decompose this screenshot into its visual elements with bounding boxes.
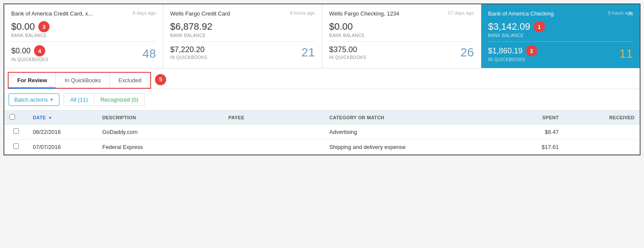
row-received (564, 140, 640, 155)
tab-for-review-label: For Review (17, 77, 47, 84)
filter-all-label: All (11) (70, 96, 88, 103)
row-date: 08/22/2016 (28, 124, 97, 140)
tabs-outline: For Review In QuickBooks Excluded (8, 72, 151, 89)
row-payee (223, 124, 325, 140)
col-received-header: RECEIVED (564, 111, 640, 124)
row-date: 07/07/2016 (28, 140, 97, 155)
col-spent-header: SPENT (488, 111, 564, 124)
badge-1: 1 (534, 21, 545, 32)
account-card-boa-credit[interactable]: Bank of America Credit Card, x... 8 days… (4, 4, 163, 68)
tab-in-quickbooks[interactable]: In QuickBooks (56, 73, 110, 88)
card-qb-balance-wells-checking: $375.00 (329, 45, 357, 54)
row-category: Shipping and delivery expense (324, 140, 488, 155)
card-qb-label-wells-checking: IN QUICKBOOKS (329, 55, 367, 60)
row-description: Federal Express (97, 140, 223, 155)
tab-excluded[interactable]: Excluded (110, 73, 150, 88)
filter-group: All (11) Recognized (0) (64, 93, 145, 106)
tab-for-review[interactable]: For Review (9, 73, 56, 88)
badge-4: 4 (34, 45, 45, 56)
row-received (564, 124, 640, 140)
badge-5: 5 (155, 74, 166, 85)
table-section: Batch actions ▼ All (11) Recognized (0) (4, 89, 640, 155)
card-count-boa-checking: 11 (619, 47, 633, 61)
table-header-row: DATE ▼ DESCRIPTION PAYEE CATEGORY OR MAT… (4, 111, 640, 124)
card-qb-label-boa-credit: IN QUICKBOOKS (11, 57, 49, 62)
card-bank-label-boa-checking: BANK BALANCE (488, 33, 633, 38)
col-payee-header: PAYEE (223, 111, 325, 124)
card-title-wells-checking: Wells Fargo Checking, 1234 (329, 10, 399, 17)
batch-actions-label: Batch actions (14, 96, 48, 103)
row-checkbox[interactable] (13, 143, 19, 149)
card-qb-balance-boa-checking: $1,860.19 (488, 46, 523, 56)
col-category-header: CATEGORY OR MATCH (324, 111, 488, 124)
row-category: Advertising (324, 124, 488, 140)
edit-icon[interactable]: ✎ (629, 10, 634, 17)
tab-excluded-label: Excluded (118, 77, 141, 84)
row-checkbox-cell[interactable] (4, 140, 28, 155)
card-title-boa-checking: Bank of America Checking (488, 10, 554, 17)
row-payee (223, 140, 325, 155)
card-count-wells-credit: 21 (301, 46, 315, 59)
transactions-table: DATE ▼ DESCRIPTION PAYEE CATEGORY OR MAT… (4, 111, 640, 155)
card-bank-balance-boa-credit: $0.00 (11, 21, 35, 32)
card-count-boa-credit: 48 (142, 47, 156, 61)
filter-recognized-label: Recognized (0) (100, 96, 138, 103)
account-cards-row: Bank of America Credit Card, x... 8 days… (4, 4, 640, 68)
filter-all-button[interactable]: All (11) (64, 93, 94, 106)
row-checkbox[interactable] (13, 128, 19, 134)
table-toolbar: Batch actions ▼ All (11) Recognized (0) (4, 89, 640, 111)
col-date-header[interactable]: DATE ▼ (28, 111, 97, 124)
row-description: GoDaddy.com (97, 124, 223, 140)
main-container: Bank of America Credit Card, x... 8 days… (3, 3, 641, 155)
card-bank-balance-boa-checking: $3,142.09 (488, 21, 530, 32)
card-qb-balance-boa-credit: $0.00 (11, 46, 31, 56)
card-title-wells-credit: Wells Fargo Credit Card (170, 10, 230, 17)
badge-2: 2 (526, 45, 537, 56)
card-timestamp-boa-credit: 8 days ago (133, 10, 156, 16)
col-checkbox-header (4, 111, 28, 124)
col-date-label: DATE (33, 115, 46, 120)
col-description-header: DESCRIPTION (97, 111, 223, 124)
table-body: 08/22/2016 GoDaddy.com Advertising $8.47… (4, 124, 640, 155)
card-qb-balance-wells-credit: $7,220.20 (170, 45, 204, 54)
card-count-wells-checking: 26 (461, 46, 474, 59)
sort-arrow-icon: ▼ (48, 116, 52, 120)
card-qb-label-boa-checking: IN QUICKBOOKS (488, 57, 537, 62)
tabs-section: For Review In QuickBooks Excluded 5 (4, 68, 640, 89)
card-timestamp-wells-checking: 57 days ago (448, 10, 474, 16)
tab-in-quickbooks-label: In QuickBooks (65, 77, 101, 84)
card-bank-label-wells-credit: BANK BALANCE (170, 33, 315, 38)
card-qb-label-wells-credit: IN QUICKBOOKS (170, 55, 207, 60)
row-checkbox-cell[interactable] (4, 124, 28, 140)
select-all-checkbox[interactable] (9, 114, 15, 120)
dropdown-arrow-icon: ▼ (50, 97, 54, 102)
batch-actions-button[interactable]: Batch actions ▼ (9, 93, 59, 106)
table-row[interactable]: 08/22/2016 GoDaddy.com Advertising $8.47 (4, 124, 640, 140)
card-title-boa-credit: Bank of America Credit Card, x... (11, 10, 93, 17)
account-card-wells-credit[interactable]: Wells Fargo Credit Card 6 hours ago $6,8… (163, 4, 322, 68)
filter-recognized-button[interactable]: Recognized (0) (94, 93, 145, 106)
account-card-wells-checking[interactable]: Wells Fargo Checking, 1234 57 days ago $… (322, 4, 481, 68)
row-spent: $8.47 (488, 124, 564, 140)
card-bank-label-wells-checking: BANK BALANCE (329, 33, 474, 38)
account-card-boa-checking[interactable]: ✎ Bank of America Checking 9 hours ago $… (481, 4, 640, 68)
tab-active-underline (9, 87, 56, 89)
card-bank-balance-wells-credit: $6,878.92 (170, 21, 212, 32)
row-spent: $17.61 (488, 140, 564, 155)
table-row[interactable]: 07/07/2016 Federal Express Shipping and … (4, 140, 640, 155)
card-timestamp-wells-credit: 6 hours ago (290, 10, 315, 16)
card-bank-label-boa-credit: BANK BALANCE (11, 33, 156, 38)
badge-3: 3 (38, 21, 50, 32)
card-bank-balance-wells-checking: $0.00 (329, 21, 353, 32)
